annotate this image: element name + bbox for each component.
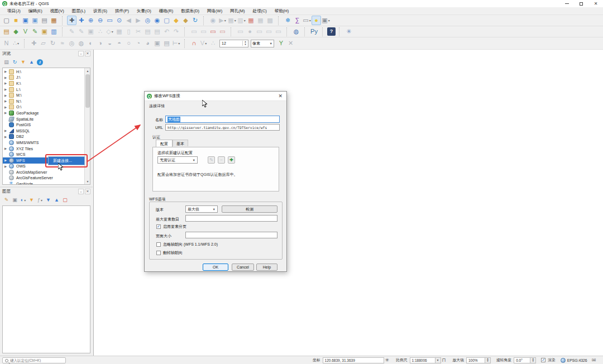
run-feature-action-button[interactable]: ▶▾ — [218, 16, 227, 25]
expand-arrow-icon[interactable]: ▶ — [4, 106, 9, 109]
dialog-title-bar[interactable]: Q 修改WFS连接 ✕ — [145, 92, 286, 101]
scroll-up-icon[interactable]: ▲ — [85, 68, 90, 74]
undo-button[interactable]: ↶▾ — [162, 27, 171, 36]
menu-item[interactable]: 插件(P) — [111, 7, 133, 15]
close-panel-button[interactable]: ✕ — [85, 189, 90, 194]
version-combo[interactable]: 最大值▼ — [185, 205, 218, 213]
expand-arrow-icon[interactable]: ▶ — [4, 129, 9, 132]
browser-item-wms-wmts[interactable]: ▶ WMS/WMTS — [3, 140, 84, 146]
browser-item-xyz-tiles[interactable]: ▶ XYZ Tiles — [3, 146, 84, 152]
split-features-button[interactable]: ◔▾ — [133, 39, 143, 48]
help-contents-button[interactable]: ?▾ — [327, 27, 336, 36]
expand-arrow-icon[interactable]: ▶ — [4, 147, 9, 150]
snapping-units-combo[interactable]: 像素▼ — [251, 40, 274, 47]
pan-map-button[interactable]: ✚▾ — [67, 16, 76, 25]
temporal-controller-button[interactable]: ❄▾ — [283, 16, 293, 25]
refresh-button[interactable]: ↻▾ — [190, 16, 200, 25]
browser-properties-button[interactable]: i▾ — [37, 59, 43, 65]
enable-paging-checkbox-row[interactable]: 启用要素分页 — [156, 224, 186, 229]
new-shapefile-layer-button[interactable]: V▾ — [21, 27, 30, 36]
dropdown-arrow-icon[interactable]: ▾ — [178, 41, 180, 45]
remove-auth-button[interactable]: − — [218, 156, 225, 164]
pin-labels-button[interactable]: ▭▾ — [199, 27, 208, 36]
filter-legend-button[interactable]: ▼▾ — [27, 196, 36, 204]
float-panel-button[interactable]: ▫ — [78, 51, 84, 56]
collapse-all-layers-button[interactable]: ▲▾ — [52, 196, 61, 204]
rotation-spinner[interactable]: ▲▼ — [530, 357, 536, 363]
dropdown-arrow-icon[interactable]: ▾ — [41, 198, 42, 202]
zoom-to-native-button[interactable]: ◉▾ — [152, 16, 162, 25]
menu-item[interactable]: 网络(W) — [203, 7, 226, 15]
auth-config-combo[interactable]: 无需认证▼ — [157, 156, 198, 164]
page-size-field[interactable] — [185, 232, 277, 238]
refresh-browser-button[interactable]: ↻▾ — [11, 58, 19, 66]
dropdown-arrow-icon[interactable]: ▾ — [328, 18, 330, 22]
tab-configurations[interactable]: 配置 — [156, 140, 173, 147]
cad-tools-button[interactable]: N▾ — [2, 39, 11, 48]
crs-globe-icon[interactable] — [561, 358, 566, 363]
help-button[interactable]: Help — [256, 264, 277, 271]
metasearch-button[interactable]: ◍▾ — [291, 27, 301, 36]
open-layer-styling-button[interactable]: ✎▾ — [2, 196, 11, 204]
open-project-button[interactable]: ■▾ — [11, 16, 21, 25]
menu-item[interactable]: 矢量(O) — [133, 7, 155, 15]
dropdown-arrow-icon[interactable]: ▾ — [234, 18, 236, 22]
dropdown-arrow-icon[interactable]: ▾ — [17, 41, 19, 45]
text-annotation-button[interactable]: ▣▾ — [321, 16, 331, 25]
menu-item[interactable]: 数据库(D) — [177, 7, 203, 15]
add-selected-layers-button[interactable]: ▤▾ — [2, 58, 11, 66]
name-field[interactable]: 天地图 — [165, 116, 280, 123]
magnifier-spinner[interactable]: ▲▼ — [485, 357, 491, 363]
browser-item-spatialite[interactable]: ▶ SpatiaLite — [3, 116, 84, 122]
add-ring-button[interactable]: ◎▾ — [67, 39, 76, 48]
add-auth-button[interactable]: ✚ — [228, 156, 235, 164]
url-field[interactable]: http://gisserver.tianditu.gov.cn/TDTServ… — [165, 124, 280, 131]
checkbox-unchecked-icon[interactable] — [156, 242, 161, 247]
trim-extend-button[interactable]: ⊢▾ — [171, 39, 181, 48]
new-memory-layer-button[interactable]: ▣▾ — [40, 27, 49, 36]
statistics-button[interactable]: ∑▾ — [293, 16, 302, 25]
new-spatialite-layer-button[interactable]: ✎▾ — [30, 27, 40, 36]
new-bookmark-button[interactable]: ◆▾ — [171, 16, 181, 25]
delete-ring-button[interactable]: ◑▾ — [95, 39, 105, 48]
menu-item[interactable]: 编辑(E) — [25, 7, 46, 15]
add-group-button[interactable]: ▣▾ — [11, 196, 19, 204]
filter-by-expression-button[interactable]: ƒ▾ — [36, 196, 44, 204]
menu-item[interactable]: 项目(J) — [3, 7, 25, 15]
expand-arrow-icon[interactable]: ▶ — [4, 99, 9, 103]
checkbox-unchecked-icon[interactable] — [156, 251, 161, 255]
show-bookmarks-button[interactable]: ◆▾ — [181, 16, 190, 25]
crs-value[interactable]: EPSG:4326 — [567, 358, 587, 362]
dropdown-arrow-icon[interactable]: ▾ — [112, 30, 113, 33]
close-button[interactable]: ✕ — [588, 0, 603, 7]
scale-value[interactable]: 1:188006 — [410, 357, 436, 363]
browser-item-arcgisfeatureserver[interactable]: ▶ ArcGisFeatureServer — [3, 175, 84, 181]
menu-item[interactable]: 栅格(R) — [155, 7, 177, 15]
messages-icon[interactable]: ✉ — [592, 357, 596, 363]
zoom-to-selection-button[interactable]: ⊙▾ — [114, 16, 124, 25]
zoom-next-button[interactable]: ▶▾ — [133, 16, 143, 25]
construction-mode-button[interactable]: ∴▾ — [11, 39, 21, 48]
minimize-button[interactable] — [559, 0, 574, 7]
edit-auth-button[interactable]: ✎ — [208, 156, 215, 164]
menu-item[interactable]: 图层(L) — [68, 7, 89, 15]
merge-features-button[interactable]: ▣▾ — [152, 39, 162, 48]
expand-arrow-icon[interactable]: ▶ — [4, 88, 9, 91]
dropdown-arrow-icon[interactable]: ▾ — [224, 18, 226, 22]
manage-map-themes-button[interactable]: ◐▾ — [19, 196, 27, 204]
locator-input[interactable] — [10, 358, 61, 362]
zoom-in-button[interactable]: ⊕▾ — [86, 16, 95, 25]
zoom-full-button[interactable]: ▭▾ — [105, 16, 114, 25]
map-tips-button[interactable]: ●▾ — [312, 16, 321, 25]
dropdown-arrow-icon[interactable]: ▾ — [205, 41, 207, 45]
new-geopackage-layer-button[interactable]: ◆▾ — [11, 27, 21, 36]
menu-item[interactable]: 设置(S) — [89, 7, 111, 15]
max-features-field[interactable] — [185, 215, 277, 222]
vertex-tool-button[interactable]: ◇▾ — [105, 27, 114, 36]
snapping-mode-button[interactable]: V▾ — [199, 39, 208, 48]
rotation-value[interactable]: 0.0° — [514, 357, 530, 363]
save-project-as-button[interactable]: ▣▾ — [30, 16, 40, 25]
select-by-expression-button[interactable]: ▥▾ — [237, 16, 246, 25]
move-label-button[interactable]: ▭▾ — [218, 27, 227, 36]
layer-diagram-button[interactable]: ●▾ — [245, 27, 255, 36]
